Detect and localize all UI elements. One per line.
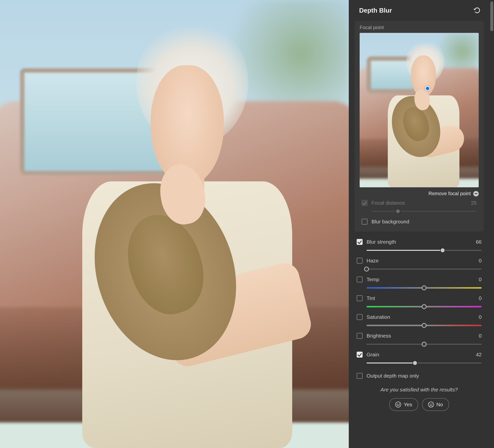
saturation-control: Saturation 0 <box>355 311 484 329</box>
tint-control: Tint 0 <box>355 292 484 311</box>
output-depth-checkbox[interactable] <box>357 373 363 379</box>
brightness-control: Brightness 0 <box>355 329 484 348</box>
grain-checkbox[interactable] <box>357 352 363 358</box>
grain-control: Grain 42 <box>355 348 484 367</box>
haze-control: Haze 0 <box>355 254 484 273</box>
feedback-yes-button[interactable]: Yes <box>389 398 418 411</box>
output-depth-control: Output depth map only <box>355 369 484 380</box>
blur-background-label: Blur background <box>371 219 477 225</box>
temp-checkbox[interactable] <box>357 277 363 282</box>
saturation-label: Saturation <box>367 314 475 320</box>
feedback-question: Are you satisfied with the results? <box>355 387 484 393</box>
frown-icon <box>428 402 434 407</box>
feedback-no-button[interactable]: No <box>422 398 449 411</box>
panel-title: Depth Blur <box>359 7 392 14</box>
app-root: Depth Blur Focal point <box>0 0 494 448</box>
brightness-label: Brightness <box>367 333 475 339</box>
blur-background-control: Blur background <box>360 215 479 226</box>
focal-distance-slider <box>371 208 477 214</box>
slider-group: Blur strength 66 Haze 0 <box>355 235 484 380</box>
haze-checkbox[interactable] <box>357 258 363 264</box>
blur-strength-control: Blur strength 66 <box>355 235 484 254</box>
blur-strength-label: Blur strength <box>367 239 472 245</box>
smile-icon <box>395 402 401 407</box>
focal-point-label: Focal point <box>360 25 479 30</box>
brightness-checkbox[interactable] <box>357 333 363 339</box>
grain-label: Grain <box>367 352 472 358</box>
feedback-no-label: No <box>436 402 443 407</box>
temp-control: Temp 0 <box>355 273 484 292</box>
brightness-value: 0 <box>479 333 482 339</box>
feedback-yes-label: Yes <box>404 402 412 407</box>
haze-slider[interactable] <box>367 266 482 272</box>
blur-background-checkbox[interactable] <box>362 219 368 225</box>
grain-slider[interactable] <box>367 360 482 366</box>
reset-button[interactable] <box>473 6 482 15</box>
focal-point-section: Focal point Remove focal point Fo <box>355 21 484 232</box>
tint-value: 0 <box>479 295 482 301</box>
saturation-checkbox[interactable] <box>357 314 363 320</box>
panel-header: Depth Blur <box>355 0 484 21</box>
temp-label: Temp <box>367 277 475 282</box>
focal-distance-control: Focal distance 25 <box>360 196 479 215</box>
tint-slider[interactable] <box>367 304 482 310</box>
focal-distance-label: Focal distance <box>371 200 467 206</box>
painted-subject <box>63 18 307 448</box>
haze-value: 0 <box>479 258 482 264</box>
image-canvas[interactable] <box>0 0 349 448</box>
temp-slider[interactable] <box>367 285 482 291</box>
tint-checkbox[interactable] <box>357 295 363 301</box>
saturation-value: 0 <box>479 314 482 320</box>
minus-circle-icon[interactable] <box>473 191 479 196</box>
properties-panel: Depth Blur Focal point <box>349 0 494 448</box>
focal-point-marker[interactable] <box>425 86 430 91</box>
grain-value: 42 <box>476 352 482 358</box>
feedback-section: Are you satisfied with the results? Yes … <box>355 380 484 420</box>
saturation-slider[interactable] <box>367 322 482 328</box>
blur-strength-checkbox[interactable] <box>357 239 363 245</box>
tint-label: Tint <box>367 295 475 301</box>
blur-strength-value: 66 <box>476 239 482 245</box>
haze-label: Haze <box>367 258 475 264</box>
blur-strength-slider[interactable] <box>367 247 482 253</box>
undo-icon <box>473 7 481 14</box>
remove-focal-point-button[interactable]: Remove focal point <box>429 191 471 196</box>
focal-distance-value: 25 <box>471 200 477 206</box>
scrollbar-thumb[interactable] <box>490 1 493 31</box>
temp-value: 0 <box>479 277 482 282</box>
focal-distance-checkbox <box>362 200 368 206</box>
panel-scrollbar[interactable] <box>490 0 494 448</box>
focal-point-preview[interactable] <box>360 33 479 187</box>
brightness-slider[interactable] <box>367 341 482 347</box>
output-depth-label: Output depth map only <box>367 373 482 379</box>
